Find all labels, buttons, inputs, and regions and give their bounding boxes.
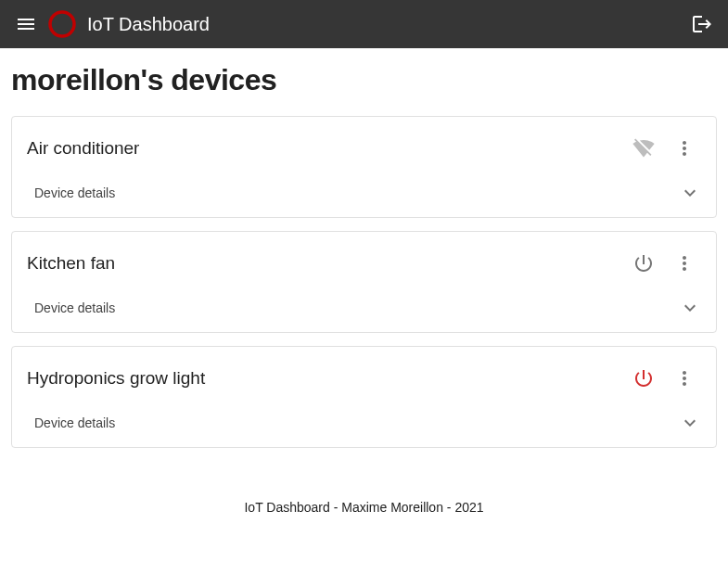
device-header: Hydroponics grow light (12, 347, 716, 402)
device-details-toggle[interactable]: Device details (12, 402, 716, 447)
app-title: IoT Dashboard (87, 14, 210, 35)
power-icon (632, 252, 655, 275)
device-details-label: Device details (34, 300, 679, 315)
main-content: moreillon's devices Air conditioner Devi… (0, 48, 728, 515)
menu-button[interactable] (7, 6, 45, 43)
chevron-down-icon (679, 182, 701, 204)
device-details-toggle[interactable]: Device details (12, 172, 716, 217)
power-icon (632, 367, 655, 390)
device-header: Air conditioner (12, 117, 716, 172)
more-vert-icon (673, 367, 696, 390)
logo-icon (46, 8, 78, 40)
device-header: Kitchen fan (12, 232, 716, 287)
device-card: Air conditioner Device details (11, 116, 717, 218)
svg-point-0 (50, 12, 74, 36)
footer-text: IoT Dashboard - Maxime Moreillon - 2021 (11, 500, 717, 515)
chevron-down-icon (679, 297, 701, 319)
device-card: Hydroponics grow light Device details (11, 346, 717, 448)
chevron-down-icon (679, 412, 701, 434)
device-status-button[interactable] (627, 132, 660, 165)
device-menu-button[interactable] (668, 247, 701, 280)
device-details-label: Device details (34, 415, 679, 430)
device-status-button[interactable] (627, 247, 660, 280)
more-vert-icon (673, 137, 696, 160)
wifi-off-icon (632, 137, 655, 160)
device-menu-button[interactable] (668, 362, 701, 395)
more-vert-icon (673, 252, 696, 275)
device-name: Kitchen fan (27, 253, 619, 274)
logout-button[interactable] (683, 6, 721, 43)
device-details-label: Device details (34, 185, 679, 200)
device-menu-button[interactable] (668, 132, 701, 165)
hamburger-icon (15, 13, 37, 35)
logout-icon (691, 13, 713, 35)
page-title: moreillon's devices (11, 63, 717, 97)
app-bar: IoT Dashboard (0, 0, 728, 48)
device-status-button[interactable] (627, 362, 660, 395)
app-logo (46, 8, 78, 40)
device-details-toggle[interactable]: Device details (12, 287, 716, 332)
device-card: Kitchen fan Device details (11, 231, 717, 333)
device-name: Hydroponics grow light (27, 368, 619, 389)
device-name: Air conditioner (27, 138, 619, 159)
